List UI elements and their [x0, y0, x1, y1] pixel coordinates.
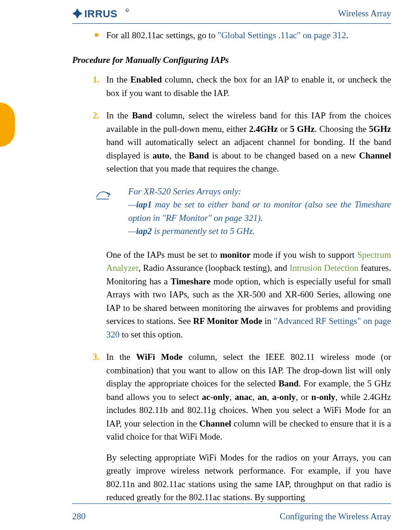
text-bold: a-only [272, 392, 296, 402]
note-dash: — [128, 200, 136, 209]
text: In the [106, 75, 131, 84]
svg-marker-0 [72, 8, 83, 19]
text: One of the IAPs must be set to [106, 250, 220, 260]
text-bold: anac [234, 392, 252, 402]
step-2-number: 2. [93, 109, 99, 123]
text-bold: Channel [199, 419, 231, 428]
note-line-1: For XR-520 Series Arrays only: [128, 185, 391, 199]
text: or [278, 124, 290, 134]
note-bold: iap1 [136, 200, 152, 209]
text: In the [106, 352, 136, 362]
note-icon [95, 188, 111, 205]
step-3: 3. In the WiFi Mode column, select the I… [72, 351, 391, 504]
step-1: 1. In the Enabled column, check the box … [72, 73, 391, 100]
step-3-number: 3. [93, 351, 99, 364]
text: to set this option. [120, 330, 183, 339]
text-bold: 5 GHz [290, 124, 315, 134]
text-bold: Band [132, 110, 152, 120]
note-bold: iap2 [136, 226, 152, 236]
brand-logo: IRRUS R [72, 7, 142, 20]
text: , [252, 392, 257, 402]
text: In the [106, 110, 132, 120]
text-bold: 2.4GHz [249, 124, 278, 134]
text-bold: WiFi Mode [136, 352, 183, 362]
text-bold: auto [152, 151, 169, 160]
page-number: 280 [72, 511, 86, 522]
text-bold: Band [278, 379, 298, 388]
note-block: For XR-520 Series Arrays only: —iap1 may… [72, 185, 391, 238]
procedure-heading: Procedure for Manually Configuring IAPs [72, 54, 391, 67]
text: , the [169, 151, 189, 160]
note-text: is permanently set to 5 GHz. [152, 226, 255, 236]
text: , or [296, 392, 311, 402]
text-bold: n-only [311, 392, 336, 402]
step-1-number: 1. [93, 73, 99, 87]
text: mode if you wish to support [250, 250, 357, 260]
header-title: Wireless Array [338, 8, 391, 19]
text: selection that you made that requires th… [106, 164, 279, 173]
note-text: may be set to either band or to monitor … [128, 200, 391, 223]
link-intrusion-detection[interactable]: Intrusion Detection [289, 263, 358, 273]
footer-rule [72, 503, 391, 504]
text-bold: monitor [220, 250, 250, 260]
intro-link[interactable]: "Global Settings .11ac" on page 312 [218, 30, 346, 40]
step-2-continued: One of the IAPs must be set to monitor m… [72, 248, 391, 342]
text: , [229, 392, 234, 402]
text-bold: Channel [359, 151, 391, 160]
footer-section: Configuring the Wireless Array [280, 511, 391, 522]
svg-text:IRRUS: IRRUS [84, 8, 117, 20]
text: By selecting appropriate WiFi Modes for … [106, 453, 391, 502]
side-tab [0, 103, 15, 147]
intro-bullet: For all 802.11ac settings, go to "Global… [72, 29, 391, 42]
header-rule [72, 23, 391, 24]
text: in [262, 316, 274, 326]
step-2: 2. In the Band column, select the wirele… [72, 109, 391, 176]
text-bold: Timeshare [171, 276, 211, 286]
intro-prefix: For all 802.11ac settings, go to [106, 30, 218, 40]
text-bold: 5GHz [369, 124, 392, 134]
svg-text:R: R [126, 9, 128, 12]
text-bold: an [258, 392, 267, 402]
text-bold: RF Monitor Mode [193, 316, 262, 326]
note-dash: — [128, 226, 136, 236]
text-bold: ac-only [202, 392, 229, 402]
text: , Radio Assurance (loopback testing), an… [138, 263, 289, 273]
text: . Choosing the [315, 124, 369, 134]
bullet-icon [95, 33, 98, 37]
text: is about to be changed based on a new [209, 151, 359, 160]
text: , [267, 392, 272, 402]
text-bold: Enabled [131, 75, 162, 84]
text-bold: Band [189, 151, 209, 160]
intro-suffix: . [346, 30, 348, 40]
